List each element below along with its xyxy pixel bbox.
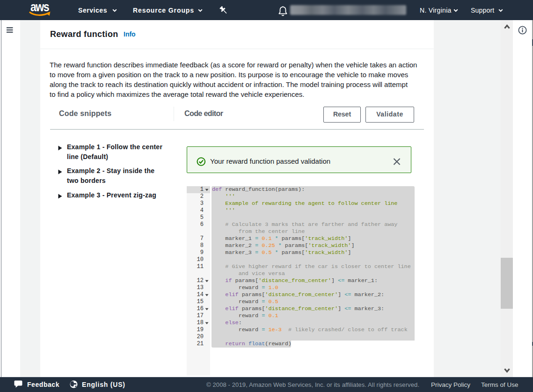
svg-text:aws: aws [30,2,49,14]
